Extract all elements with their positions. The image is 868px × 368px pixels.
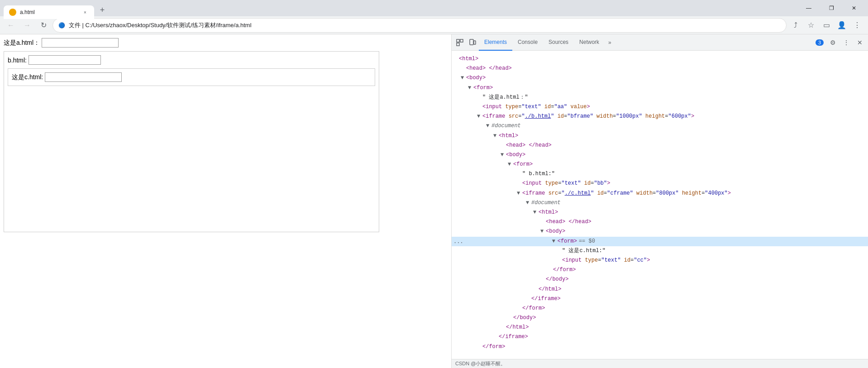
dom-line[interactable]: <html> bbox=[452, 54, 868, 64]
nav-bar: ← → ↻ 🔵 文件 | C:/Users/zhaox/Desktop/Stud… bbox=[0, 16, 868, 34]
input-cc[interactable] bbox=[45, 72, 122, 82]
address-bar[interactable]: 🔵 文件 | C:/Users/zhaox/Desktop/Study/软件测试… bbox=[52, 18, 787, 33]
devtools-tabs: Elements Console Sources Network » bbox=[479, 34, 816, 51]
dom-line[interactable]: ▼ <body> bbox=[452, 150, 868, 160]
dom-line[interactable]: " 这是c.html:" bbox=[452, 246, 868, 256]
form-a-label: 这是a.html： bbox=[4, 39, 40, 47]
nav-actions: ⤴ ☆ ▭ 👤 ⋮ bbox=[788, 18, 864, 33]
dom-line[interactable]: </form> bbox=[452, 342, 868, 352]
expand-icon[interactable]: ▼ bbox=[461, 74, 465, 82]
dom-line[interactable]: ▼ <iframe src="./b.html" id="bframe" wid… bbox=[452, 112, 868, 121]
expand-icon[interactable]: ▼ bbox=[526, 199, 530, 207]
dom-line[interactable]: </html> bbox=[452, 323, 868, 332]
input-bb[interactable] bbox=[29, 55, 101, 65]
browser-tab[interactable]: a.html × bbox=[4, 5, 94, 19]
tab-close-button[interactable]: × bbox=[81, 9, 89, 16]
iframe-c-container: 这是c.html: bbox=[8, 68, 375, 86]
dom-line[interactable]: ▼ <body> bbox=[452, 227, 868, 236]
expand-icon[interactable]: ▼ bbox=[517, 189, 521, 198]
expand-icon[interactable]: ▼ bbox=[477, 112, 482, 121]
dom-line[interactable]: </iframe> bbox=[452, 294, 868, 304]
address-text: 文件 | C:/Users/zhaox/Desktop/Study/软件测试/练… bbox=[69, 21, 781, 29]
devtools-toolbar: Elements Console Sources Network » 3 ⚙ ⋮… bbox=[452, 34, 868, 51]
dom-line[interactable]: <input type="text" id="cc"> bbox=[452, 256, 868, 265]
expand-icon[interactable]: ▼ bbox=[552, 237, 557, 246]
devtools-more-button[interactable]: ⋮ bbox=[840, 36, 853, 49]
devtools-panel: Elements Console Sources Network » 3 ⚙ ⋮… bbox=[452, 34, 868, 368]
main-area: 这是a.html： b.html: 这是c.html: bbox=[0, 34, 868, 368]
title-bar: a.html × + — ❐ ✕ bbox=[0, 0, 868, 16]
cast-button[interactable]: ▭ bbox=[819, 18, 834, 33]
maximize-button[interactable]: ❐ bbox=[821, 0, 842, 16]
expand-icon[interactable]: ▼ bbox=[533, 208, 538, 217]
new-tab-button[interactable]: + bbox=[96, 4, 109, 16]
form-a: 这是a.html： bbox=[4, 38, 448, 48]
tab-favicon bbox=[9, 9, 16, 16]
watermark: CSDN @小赵睡不醒。 bbox=[455, 360, 506, 367]
dom-line[interactable]: <head> </head> bbox=[452, 64, 868, 73]
back-button[interactable]: ← bbox=[4, 18, 18, 33]
notification-badge: 3 bbox=[816, 39, 824, 46]
form-b: b.html: bbox=[8, 55, 375, 65]
account-button[interactable]: 👤 bbox=[835, 18, 849, 33]
dom-line[interactable]: <input type="text" id="bb"> bbox=[452, 179, 868, 188]
dom-line[interactable]: ▼ <iframe src="./c.html" id="cframe" wid… bbox=[452, 189, 868, 198]
iframe-b-container: b.html: 这是c.html: bbox=[4, 51, 379, 232]
expand-icon[interactable]: ▼ bbox=[468, 84, 472, 92]
dom-line[interactable]: </body> bbox=[452, 313, 868, 323]
lock-icon: 🔵 bbox=[58, 22, 65, 29]
tab-elements[interactable]: Elements bbox=[479, 34, 512, 51]
expand-icon[interactable]: ▼ bbox=[486, 122, 491, 130]
svg-rect-1 bbox=[460, 39, 463, 42]
dom-line-selected[interactable]: ... ▼ <form> == $0 bbox=[452, 237, 868, 246]
dom-line[interactable]: <head> </head> bbox=[452, 217, 868, 227]
dom-line[interactable]: ▼ #document bbox=[452, 121, 868, 131]
bookmark-button[interactable]: ☆ bbox=[804, 18, 818, 33]
svg-rect-2 bbox=[457, 43, 459, 46]
more-button[interactable]: ⋮ bbox=[850, 18, 864, 33]
dom-line[interactable]: </body> bbox=[452, 275, 868, 284]
forward-button[interactable]: → bbox=[20, 18, 34, 33]
tab-more-button[interactable]: » bbox=[605, 34, 615, 51]
tab-title: a.html bbox=[20, 9, 78, 15]
close-button[interactable]: ✕ bbox=[844, 0, 864, 16]
dom-line[interactable]: </html> bbox=[452, 285, 868, 294]
devtools-settings-button[interactable]: ⚙ bbox=[826, 36, 839, 49]
tab-console[interactable]: Console bbox=[512, 34, 543, 51]
dom-line[interactable]: <head> </head> bbox=[452, 141, 868, 150]
dollar-zero: == $0 bbox=[579, 237, 595, 246]
svg-rect-4 bbox=[474, 41, 476, 44]
dom-line[interactable]: </form> bbox=[452, 265, 868, 275]
dom-line[interactable]: " b.html:" bbox=[452, 169, 868, 179]
dom-line[interactable]: <input type="text" id="aa" value> bbox=[452, 102, 868, 112]
form-c: 这是c.html: bbox=[12, 72, 371, 82]
dom-line[interactable]: ▼ #document bbox=[452, 198, 868, 208]
window-controls: — ❐ ✕ bbox=[798, 0, 864, 16]
dom-line[interactable]: ▼ <form> bbox=[452, 83, 868, 93]
minimize-button[interactable]: — bbox=[798, 0, 819, 16]
expand-icon[interactable]: ▼ bbox=[540, 227, 545, 236]
input-aa[interactable] bbox=[42, 38, 119, 48]
dom-tree: <html> <head> </head> ▼ <body> bbox=[452, 53, 868, 354]
tab-sources[interactable]: Sources bbox=[543, 34, 574, 51]
share-button[interactable]: ⤴ bbox=[788, 18, 803, 33]
dom-line[interactable]: </iframe> bbox=[452, 332, 868, 342]
dom-line[interactable]: ▼ <form> bbox=[452, 160, 868, 169]
devtools-content: <html> <head> </head> ▼ <body> bbox=[452, 51, 868, 359]
page-content: 这是a.html： b.html: 这是c.html: bbox=[0, 34, 452, 368]
inspect-element-button[interactable] bbox=[453, 36, 466, 49]
dom-line[interactable]: ▼ <html> bbox=[452, 131, 868, 141]
expand-icon[interactable]: ▼ bbox=[501, 151, 505, 159]
device-toolbar-button[interactable] bbox=[466, 36, 479, 49]
devtools-actions: 3 ⚙ ⋮ ✕ bbox=[816, 36, 866, 49]
devtools-footer: CSDN @小赵睡不醒。 bbox=[452, 359, 868, 368]
dom-line[interactable]: </form> bbox=[452, 304, 868, 313]
reload-button[interactable]: ↻ bbox=[36, 18, 51, 33]
tab-network[interactable]: Network bbox=[574, 34, 605, 51]
dom-line[interactable]: ▼ <html> bbox=[452, 208, 868, 217]
expand-icon[interactable]: ▼ bbox=[508, 160, 512, 169]
devtools-close-button[interactable]: ✕ bbox=[854, 36, 866, 49]
dom-line[interactable]: ▼ <body> bbox=[452, 73, 868, 83]
dom-line[interactable]: " 这是a.html：" bbox=[452, 93, 868, 102]
expand-icon[interactable]: ▼ bbox=[493, 132, 498, 140]
